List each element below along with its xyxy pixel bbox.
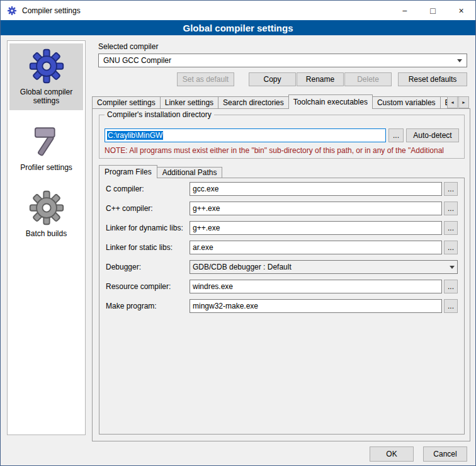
field-row-cpp-compiler: C++ compiler: g++.exe ...: [106, 202, 458, 215]
app-icon: [6, 5, 18, 16]
window-controls: − □ ×: [390, 1, 475, 20]
sidebar-item-global-compiler-settings[interactable]: Global compiler settings: [9, 43, 83, 110]
installation-directory-row: C:\raylib\MinGW ... Auto-detect: [105, 128, 459, 142]
tab-scroll-controls: ◄ ►: [447, 96, 469, 108]
tab-program-files[interactable]: Program Files: [99, 165, 157, 178]
rename-button[interactable]: Rename: [297, 72, 344, 86]
sidebar-item-label: Global compiler settings: [11, 88, 82, 106]
static-linker-input[interactable]: ar.exe: [190, 241, 442, 254]
sidebar-item-profiler-settings[interactable]: Profiler settings: [9, 119, 83, 176]
dynamic-linker-value: g++.exe: [193, 224, 220, 232]
resource-compiler-input[interactable]: windres.exe: [190, 280, 442, 293]
window-title: Compiler settings: [22, 6, 81, 15]
close-button[interactable]: ×: [447, 1, 475, 20]
dynamic-linker-input[interactable]: g++.exe: [190, 221, 442, 235]
dialog-header: Global compiler settings: [1, 20, 475, 35]
static-linker-browse-button[interactable]: ...: [444, 241, 458, 254]
gears-icon: [27, 188, 66, 227]
compiler-select-value: GNU GCC Compiler: [103, 56, 171, 65]
compiler-settings-dialog: Compiler settings − □ × Global compiler …: [0, 0, 476, 466]
field-row-dynamic-linker: Linker for dynamic libs: g++.exe ...: [106, 221, 458, 235]
gear-icon: [27, 47, 66, 86]
ok-button[interactable]: OK: [370, 446, 414, 462]
executables-subtabs: Program Files Additional Paths: [99, 165, 222, 178]
dynamic-linker-label: Linker for dynamic libs:: [106, 224, 190, 232]
toolchain-fields: C compiler: gcc.exe ... C++ compiler: g+…: [99, 178, 464, 313]
installation-directory-input[interactable]: C:\raylib\MinGW: [105, 128, 386, 142]
resource-compiler-label: Resource compiler:: [106, 282, 190, 291]
settings-category-list: Global compiler settings Profiler settin…: [7, 40, 86, 435]
browse-directory-button[interactable]: ...: [388, 128, 404, 142]
dialog-header-title: Global compiler settings: [183, 23, 293, 33]
c-compiler-input[interactable]: gcc.exe: [190, 182, 442, 196]
maximize-button[interactable]: □: [419, 1, 447, 20]
auto-detect-button[interactable]: Auto-detect: [406, 128, 459, 142]
sidebar-item-label: Batch builds: [26, 229, 67, 238]
cancel-button[interactable]: Cancel: [423, 446, 467, 462]
installation-directory-group-title: Compiler's installation directory: [105, 110, 214, 119]
installation-directory-selected-text: C:\raylib\MinGW: [107, 131, 163, 140]
tab-compiler-settings[interactable]: Compiler settings: [92, 96, 161, 109]
field-row-make-program: Make program: mingw32-make.exe ...: [106, 299, 458, 313]
make-program-label: Make program:: [106, 302, 190, 310]
toolchain-executables-panel: Compiler's installation directory C:\ray…: [92, 108, 470, 441]
resource-compiler-value: windres.exe: [193, 282, 233, 291]
c-compiler-value: gcc.exe: [193, 185, 218, 193]
reset-defaults-button[interactable]: Reset defaults: [398, 72, 467, 86]
copy-button[interactable]: Copy: [249, 72, 296, 86]
cpp-compiler-input[interactable]: g++.exe: [190, 202, 442, 215]
tab-scroll-right-button[interactable]: ►: [458, 96, 469, 108]
make-program-input[interactable]: mingw32-make.exe: [190, 299, 442, 313]
field-row-static-linker: Linker for static libs: ar.exe ...: [106, 241, 458, 254]
field-row-debugger: Debugger: GDB/CDB debugger : Default: [106, 260, 458, 274]
delete-button: Delete: [344, 72, 392, 86]
field-row-c-compiler: C compiler: gcc.exe ...: [106, 182, 458, 196]
tab-additional-paths[interactable]: Additional Paths: [157, 167, 223, 178]
field-row-resource-compiler: Resource compiler: windres.exe ...: [106, 280, 458, 293]
resource-compiler-browse-button[interactable]: ...: [444, 280, 458, 293]
compiler-select[interactable]: GNU GCC Compiler: [98, 54, 467, 67]
cpp-compiler-value: g++.exe: [193, 204, 220, 213]
selected-compiler-label: Selected compiler: [98, 42, 158, 51]
settings-tabs: Compiler settings Linker settings Search…: [92, 94, 470, 109]
static-linker-value: ar.exe: [193, 243, 213, 252]
hammer-icon: [27, 122, 66, 161]
installation-directory-group: Compiler's installation directory C:\ray…: [99, 115, 465, 159]
program-files-panel: C compiler: gcc.exe ... C++ compiler: g+…: [99, 178, 465, 435]
static-linker-label: Linker for static libs:: [106, 243, 190, 252]
minimize-button[interactable]: −: [390, 1, 419, 20]
chevron-down-icon: [457, 59, 462, 62]
tab-custom-variables[interactable]: Custom variables: [372, 96, 441, 109]
tab-toolchain-executables[interactable]: Toolchain executables: [288, 94, 373, 109]
dynamic-linker-browse-button[interactable]: ...: [444, 221, 458, 235]
sidebar-item-label: Profiler settings: [20, 163, 72, 172]
c-compiler-browse-button[interactable]: ...: [444, 182, 458, 196]
debugger-label: Debugger:: [106, 263, 190, 271]
tab-scroll-left-button[interactable]: ◄: [447, 96, 458, 108]
set-as-default-button: Set as default: [177, 72, 234, 86]
make-program-value: mingw32-make.exe: [193, 302, 258, 310]
c-compiler-label: C compiler:: [106, 185, 190, 193]
tab-linker-settings[interactable]: Linker settings: [160, 96, 218, 109]
sidebar-item-batch-builds[interactable]: Batch builds: [9, 185, 83, 242]
chevron-down-icon: [450, 266, 455, 269]
cpp-compiler-label: C++ compiler:: [106, 204, 190, 213]
make-program-browse-button[interactable]: ...: [444, 299, 458, 313]
titlebar[interactable]: Compiler settings − □ ×: [1, 1, 475, 20]
note-text: NOTE: All programs must exist either in …: [105, 146, 463, 155]
debugger-select[interactable]: GDB/CDB debugger : Default: [190, 260, 458, 274]
cpp-compiler-browse-button[interactable]: ...: [444, 202, 458, 215]
debugger-select-value: GDB/CDB debugger : Default: [193, 263, 292, 271]
tab-search-directories[interactable]: Search directories: [218, 96, 289, 109]
